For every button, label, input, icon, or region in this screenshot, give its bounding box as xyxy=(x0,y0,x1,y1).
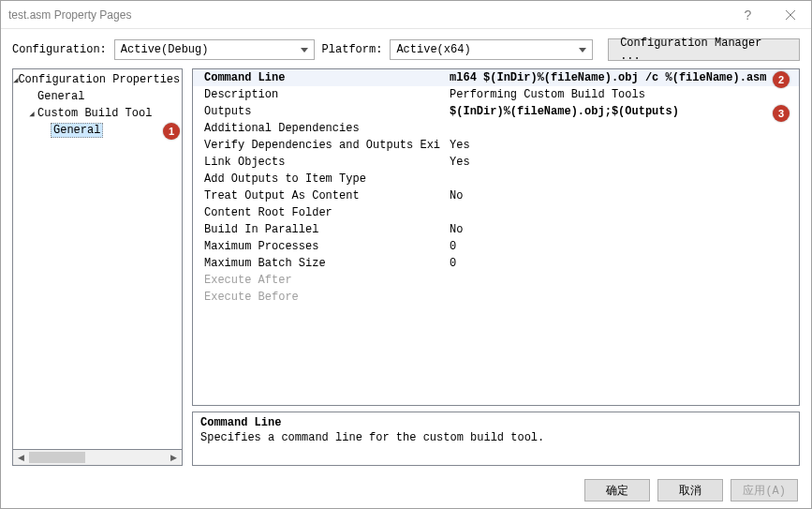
property-row[interactable]: Execute Before xyxy=(193,289,799,306)
main-area: ◢ Configuration Properties General ◢ Cus… xyxy=(1,68,811,473)
scroll-left-icon[interactable]: ◀ xyxy=(13,450,29,465)
close-icon xyxy=(786,10,795,20)
configuration-combo[interactable]: Active(Debug) xyxy=(114,39,315,60)
property-row[interactable]: Treat Output As ContentNo xyxy=(193,187,799,204)
right-panel: Command Lineml64 $(InDir)%(fileName).obj… xyxy=(192,68,800,466)
tree-horizontal-scrollbar[interactable]: ◀ ▶ xyxy=(12,450,183,466)
property-value[interactable]: 0 xyxy=(446,255,799,272)
config-tree[interactable]: ◢ Configuration Properties General ◢ Cus… xyxy=(12,68,183,450)
property-name: Maximum Batch Size xyxy=(193,255,446,272)
ok-button[interactable]: 确定 xyxy=(584,479,650,502)
property-value[interactable]: Yes xyxy=(446,154,799,171)
property-name: Treat Output As Content xyxy=(193,187,446,204)
property-name: Execute After xyxy=(193,272,446,289)
property-value[interactable]: $(InDir)%(fileName).obj;$(Outputs) xyxy=(446,103,799,120)
property-value[interactable]: 0 xyxy=(446,238,799,255)
scroll-thumb[interactable] xyxy=(29,452,85,463)
tree-item-custom-build-general[interactable]: General xyxy=(13,122,182,139)
apply-button[interactable]: 应用(A) xyxy=(731,479,798,502)
property-row[interactable]: Link ObjectsYes xyxy=(193,154,799,171)
property-value[interactable] xyxy=(446,120,799,137)
property-name: Build In Parallel xyxy=(193,221,446,238)
property-value[interactable] xyxy=(446,204,799,221)
configuration-manager-button[interactable]: Configuration Manager ... xyxy=(608,38,800,61)
property-name: Add Outputs to Item Type xyxy=(193,171,446,187)
property-row[interactable]: Outputs$(InDir)%(fileName).obj;$(Outputs… xyxy=(193,103,799,120)
property-row[interactable]: Additional Dependencies xyxy=(193,120,799,137)
configuration-label: Configuration: xyxy=(12,43,107,56)
close-button[interactable] xyxy=(769,1,811,29)
property-row[interactable]: Verify Dependencies and Outputs ExiYes xyxy=(193,137,799,154)
platform-label: Platform: xyxy=(322,43,383,56)
property-row[interactable]: Build In ParallelNo xyxy=(193,221,799,238)
title-bar: test.asm Property Pages ? xyxy=(1,1,811,29)
property-name: Link Objects xyxy=(193,154,446,171)
description-title: Command Line xyxy=(200,416,791,429)
property-value[interactable]: No xyxy=(446,187,799,204)
property-row[interactable]: DescriptionPerforming Custom Build Tools xyxy=(193,86,799,103)
property-name: Maximum Processes xyxy=(193,238,446,255)
config-toolbar: Configuration: Active(Debug) Platform: A… xyxy=(1,29,811,68)
dialog-buttons: 确定 取消 应用(A) xyxy=(1,473,811,509)
property-value[interactable] xyxy=(446,171,799,187)
scroll-right-icon[interactable]: ▶ xyxy=(166,450,182,465)
property-value[interactable] xyxy=(446,272,799,289)
property-value[interactable]: No xyxy=(446,221,799,238)
property-value[interactable]: ml64 $(InDir)%(fileName).obj /c %(fileNa… xyxy=(446,69,799,86)
property-value[interactable]: Performing Custom Build Tools xyxy=(446,86,799,103)
property-row[interactable]: Add Outputs to Item Type xyxy=(193,171,799,187)
property-name: Outputs xyxy=(193,103,446,120)
property-grid[interactable]: Command Lineml64 $(InDir)%(fileName).obj… xyxy=(192,68,800,406)
property-value[interactable]: Yes xyxy=(446,137,799,154)
tree-panel: ◢ Configuration Properties General ◢ Cus… xyxy=(12,68,183,466)
window-title: test.asm Property Pages xyxy=(8,8,131,22)
annotation-badge-3: 3 xyxy=(773,105,790,122)
property-name: Execute Before xyxy=(193,289,446,306)
property-name: Verify Dependencies and Outputs Exi xyxy=(193,137,446,154)
property-name: Content Root Folder xyxy=(193,204,446,221)
property-row[interactable]: Command Lineml64 $(InDir)%(fileName).obj… xyxy=(193,69,799,86)
property-name: Description xyxy=(193,86,446,103)
tree-root[interactable]: ◢ Configuration Properties xyxy=(13,71,182,88)
tree-item-custom-build-tool[interactable]: ◢ Custom Build Tool xyxy=(13,105,182,122)
property-value[interactable] xyxy=(446,289,799,306)
property-row[interactable]: Content Root Folder xyxy=(193,204,799,221)
cancel-button[interactable]: 取消 xyxy=(657,479,723,502)
property-row[interactable]: Execute After xyxy=(193,272,799,289)
property-row[interactable]: Maximum Batch Size0 xyxy=(193,255,799,272)
platform-combo[interactable]: Active(x64) xyxy=(390,39,593,60)
expand-icon: ◢ xyxy=(26,109,37,119)
help-button[interactable]: ? xyxy=(727,1,769,29)
help-icon: ? xyxy=(745,7,752,22)
property-row[interactable]: Maximum Processes0 xyxy=(193,238,799,255)
tree-item-general[interactable]: General xyxy=(13,88,182,105)
property-name: Additional Dependencies xyxy=(193,120,446,137)
configuration-value: Active(Debug) xyxy=(121,43,209,56)
platform-value: Active(x64) xyxy=(396,43,470,56)
property-name: Command Line xyxy=(193,69,446,86)
annotation-badge-1: 1 xyxy=(163,123,180,140)
annotation-badge-2: 2 xyxy=(773,71,790,88)
description-text: Specifies a command line for the custom … xyxy=(200,431,791,444)
description-box: Command Line Specifies a command line fo… xyxy=(192,412,800,466)
